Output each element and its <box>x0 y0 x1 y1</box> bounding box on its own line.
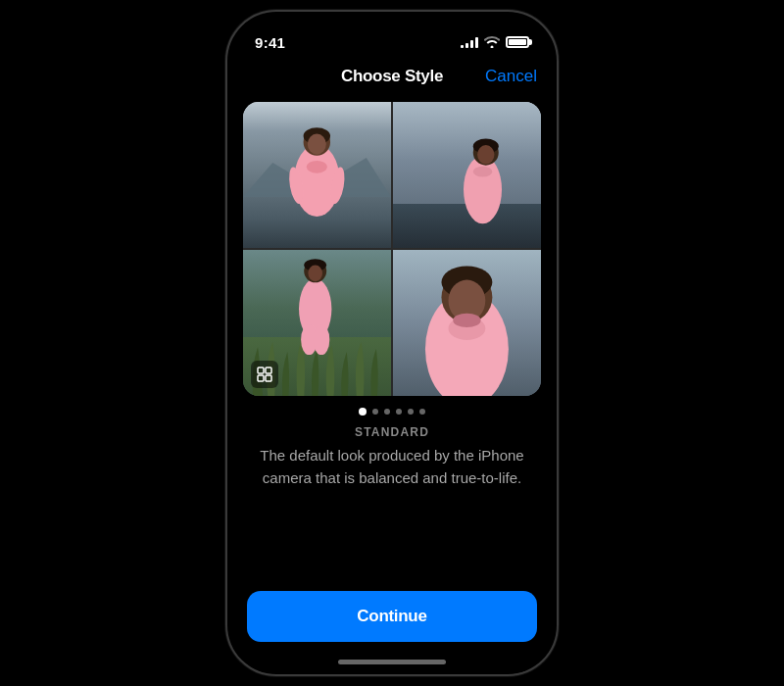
photo-grid <box>243 102 541 396</box>
svg-rect-21 <box>266 375 271 381</box>
svg-point-4 <box>307 161 327 173</box>
svg-point-17 <box>314 324 330 355</box>
home-indicator <box>227 654 557 674</box>
battery-icon <box>506 36 529 48</box>
svg-point-11 <box>473 167 493 177</box>
wifi-icon <box>484 36 500 48</box>
grid-photo-icon <box>251 361 278 388</box>
svg-point-7 <box>464 156 502 223</box>
page-title: Choose Style <box>341 67 443 86</box>
continue-button[interactable]: Continue <box>247 591 537 642</box>
dot-1 <box>359 408 367 416</box>
dot-5 <box>408 409 414 415</box>
svg-point-27 <box>453 314 480 327</box>
page-dots <box>359 408 425 416</box>
svg-point-15 <box>309 266 323 282</box>
status-time: 9:41 <box>255 34 285 51</box>
nav-bar: Choose Style Cancel <box>227 63 557 94</box>
dynamic-island <box>338 24 446 55</box>
svg-rect-19 <box>266 368 271 373</box>
svg-rect-20 <box>258 375 264 381</box>
cancel-button[interactable]: Cancel <box>485 67 537 86</box>
continue-button-wrapper: Continue <box>227 575 557 654</box>
signal-icon <box>461 36 478 48</box>
style-name: STANDARD <box>355 425 429 439</box>
photo-cell-2 <box>393 102 541 248</box>
phone-frame: 9:41 <box>225 10 559 676</box>
dot-3 <box>384 409 390 415</box>
photo-cell-1 <box>243 102 391 248</box>
content-area: STANDARD The default look produced by th… <box>227 94 557 575</box>
svg-point-3 <box>308 134 326 155</box>
svg-rect-18 <box>258 368 264 373</box>
photo-cell-3 <box>243 250 391 396</box>
svg-point-10 <box>477 145 494 165</box>
style-description: The default look produced by the iPhone … <box>243 445 541 489</box>
status-icons <box>461 36 529 48</box>
dot-6 <box>419 409 425 415</box>
photo-cell-4 <box>393 250 541 396</box>
screen: 9:41 <box>227 12 557 674</box>
dot-4 <box>396 409 402 415</box>
home-bar <box>338 660 446 664</box>
dot-2 <box>372 409 378 415</box>
